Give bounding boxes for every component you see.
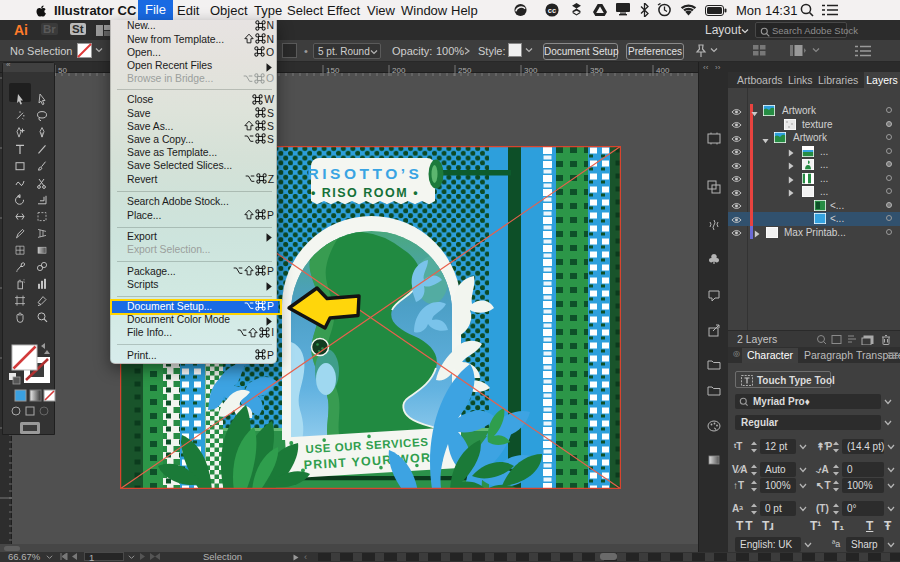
svg-text:cc: cc bbox=[548, 6, 556, 15]
svg-text:300: 300 bbox=[524, 66, 538, 75]
svg-text:350: 350 bbox=[590, 66, 604, 75]
svg-text:150: 150 bbox=[326, 66, 340, 75]
svg-text:• RISO ROOM •: • RISO ROOM • bbox=[311, 186, 419, 200]
svg-text:50: 50 bbox=[58, 66, 67, 75]
svg-text:RISOTTO’S: RISOTTO’S bbox=[308, 165, 423, 182]
svg-text:200: 200 bbox=[392, 66, 406, 75]
svg-text:400: 400 bbox=[656, 66, 670, 75]
svg-text:250: 250 bbox=[458, 66, 472, 75]
